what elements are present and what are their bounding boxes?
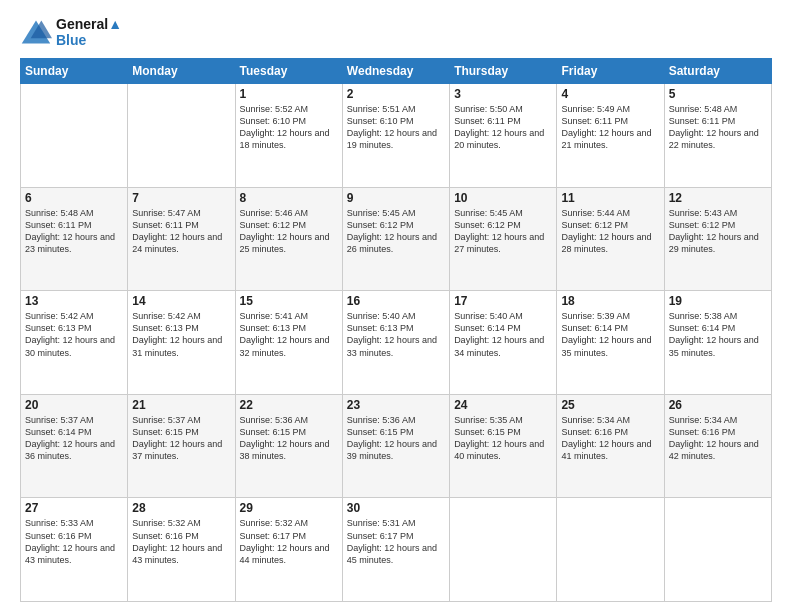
day-number: 25 bbox=[561, 398, 659, 412]
day-info: Sunrise: 5:37 AMSunset: 6:14 PMDaylight:… bbox=[25, 414, 123, 463]
calendar-cell bbox=[128, 84, 235, 188]
day-number: 20 bbox=[25, 398, 123, 412]
day-number: 10 bbox=[454, 191, 552, 205]
logo-icon bbox=[20, 18, 52, 46]
day-number: 3 bbox=[454, 87, 552, 101]
day-number: 30 bbox=[347, 501, 445, 515]
calendar-header-tuesday: Tuesday bbox=[235, 59, 342, 84]
calendar-cell: 28Sunrise: 5:32 AMSunset: 6:16 PMDayligh… bbox=[128, 498, 235, 602]
calendar-cell: 19Sunrise: 5:38 AMSunset: 6:14 PMDayligh… bbox=[664, 291, 771, 395]
day-number: 7 bbox=[132, 191, 230, 205]
day-number: 4 bbox=[561, 87, 659, 101]
day-info: Sunrise: 5:40 AMSunset: 6:14 PMDaylight:… bbox=[454, 310, 552, 359]
day-number: 28 bbox=[132, 501, 230, 515]
day-number: 6 bbox=[25, 191, 123, 205]
calendar-cell: 7Sunrise: 5:47 AMSunset: 6:11 PMDaylight… bbox=[128, 187, 235, 291]
day-info: Sunrise: 5:45 AMSunset: 6:12 PMDaylight:… bbox=[454, 207, 552, 256]
calendar-cell: 8Sunrise: 5:46 AMSunset: 6:12 PMDaylight… bbox=[235, 187, 342, 291]
calendar-cell: 30Sunrise: 5:31 AMSunset: 6:17 PMDayligh… bbox=[342, 498, 449, 602]
day-info: Sunrise: 5:41 AMSunset: 6:13 PMDaylight:… bbox=[240, 310, 338, 359]
calendar-cell: 3Sunrise: 5:50 AMSunset: 6:11 PMDaylight… bbox=[450, 84, 557, 188]
calendar-week-row: 6Sunrise: 5:48 AMSunset: 6:11 PMDaylight… bbox=[21, 187, 772, 291]
day-number: 27 bbox=[25, 501, 123, 515]
calendar-cell: 24Sunrise: 5:35 AMSunset: 6:15 PMDayligh… bbox=[450, 394, 557, 498]
calendar-cell: 9Sunrise: 5:45 AMSunset: 6:12 PMDaylight… bbox=[342, 187, 449, 291]
day-number: 19 bbox=[669, 294, 767, 308]
day-info: Sunrise: 5:43 AMSunset: 6:12 PMDaylight:… bbox=[669, 207, 767, 256]
day-info: Sunrise: 5:40 AMSunset: 6:13 PMDaylight:… bbox=[347, 310, 445, 359]
day-number: 8 bbox=[240, 191, 338, 205]
logo: General▲ Blue bbox=[20, 16, 122, 48]
day-number: 24 bbox=[454, 398, 552, 412]
calendar-week-row: 13Sunrise: 5:42 AMSunset: 6:13 PMDayligh… bbox=[21, 291, 772, 395]
calendar-week-row: 20Sunrise: 5:37 AMSunset: 6:14 PMDayligh… bbox=[21, 394, 772, 498]
day-info: Sunrise: 5:32 AMSunset: 6:17 PMDaylight:… bbox=[240, 517, 338, 566]
calendar-cell: 13Sunrise: 5:42 AMSunset: 6:13 PMDayligh… bbox=[21, 291, 128, 395]
calendar-cell: 26Sunrise: 5:34 AMSunset: 6:16 PMDayligh… bbox=[664, 394, 771, 498]
day-info: Sunrise: 5:36 AMSunset: 6:15 PMDaylight:… bbox=[347, 414, 445, 463]
day-number: 17 bbox=[454, 294, 552, 308]
calendar-cell: 29Sunrise: 5:32 AMSunset: 6:17 PMDayligh… bbox=[235, 498, 342, 602]
page: General▲ Blue SundayMondayTuesdayWednesd… bbox=[0, 0, 792, 612]
calendar-header-sunday: Sunday bbox=[21, 59, 128, 84]
day-number: 13 bbox=[25, 294, 123, 308]
day-number: 16 bbox=[347, 294, 445, 308]
day-info: Sunrise: 5:48 AMSunset: 6:11 PMDaylight:… bbox=[25, 207, 123, 256]
calendar-cell: 17Sunrise: 5:40 AMSunset: 6:14 PMDayligh… bbox=[450, 291, 557, 395]
calendar-cell bbox=[557, 498, 664, 602]
day-info: Sunrise: 5:47 AMSunset: 6:11 PMDaylight:… bbox=[132, 207, 230, 256]
day-number: 11 bbox=[561, 191, 659, 205]
day-info: Sunrise: 5:31 AMSunset: 6:17 PMDaylight:… bbox=[347, 517, 445, 566]
calendar-header-saturday: Saturday bbox=[664, 59, 771, 84]
day-number: 18 bbox=[561, 294, 659, 308]
day-info: Sunrise: 5:33 AMSunset: 6:16 PMDaylight:… bbox=[25, 517, 123, 566]
day-number: 15 bbox=[240, 294, 338, 308]
calendar-cell bbox=[664, 498, 771, 602]
day-info: Sunrise: 5:34 AMSunset: 6:16 PMDaylight:… bbox=[669, 414, 767, 463]
day-info: Sunrise: 5:35 AMSunset: 6:15 PMDaylight:… bbox=[454, 414, 552, 463]
calendar-cell: 12Sunrise: 5:43 AMSunset: 6:12 PMDayligh… bbox=[664, 187, 771, 291]
day-info: Sunrise: 5:50 AMSunset: 6:11 PMDaylight:… bbox=[454, 103, 552, 152]
logo-text: General▲ Blue bbox=[56, 16, 122, 48]
day-number: 9 bbox=[347, 191, 445, 205]
day-number: 1 bbox=[240, 87, 338, 101]
calendar-cell: 18Sunrise: 5:39 AMSunset: 6:14 PMDayligh… bbox=[557, 291, 664, 395]
calendar-week-row: 1Sunrise: 5:52 AMSunset: 6:10 PMDaylight… bbox=[21, 84, 772, 188]
day-number: 5 bbox=[669, 87, 767, 101]
calendar-cell bbox=[21, 84, 128, 188]
day-number: 22 bbox=[240, 398, 338, 412]
calendar-cell: 5Sunrise: 5:48 AMSunset: 6:11 PMDaylight… bbox=[664, 84, 771, 188]
day-info: Sunrise: 5:39 AMSunset: 6:14 PMDaylight:… bbox=[561, 310, 659, 359]
calendar-cell: 20Sunrise: 5:37 AMSunset: 6:14 PMDayligh… bbox=[21, 394, 128, 498]
calendar-cell: 23Sunrise: 5:36 AMSunset: 6:15 PMDayligh… bbox=[342, 394, 449, 498]
calendar-cell: 2Sunrise: 5:51 AMSunset: 6:10 PMDaylight… bbox=[342, 84, 449, 188]
day-info: Sunrise: 5:34 AMSunset: 6:16 PMDaylight:… bbox=[561, 414, 659, 463]
calendar-header-thursday: Thursday bbox=[450, 59, 557, 84]
calendar-cell: 27Sunrise: 5:33 AMSunset: 6:16 PMDayligh… bbox=[21, 498, 128, 602]
calendar-cell: 4Sunrise: 5:49 AMSunset: 6:11 PMDaylight… bbox=[557, 84, 664, 188]
calendar-header-row: SundayMondayTuesdayWednesdayThursdayFrid… bbox=[21, 59, 772, 84]
day-info: Sunrise: 5:42 AMSunset: 6:13 PMDaylight:… bbox=[132, 310, 230, 359]
day-info: Sunrise: 5:38 AMSunset: 6:14 PMDaylight:… bbox=[669, 310, 767, 359]
calendar-cell: 21Sunrise: 5:37 AMSunset: 6:15 PMDayligh… bbox=[128, 394, 235, 498]
calendar-cell bbox=[450, 498, 557, 602]
day-number: 14 bbox=[132, 294, 230, 308]
calendar-cell: 11Sunrise: 5:44 AMSunset: 6:12 PMDayligh… bbox=[557, 187, 664, 291]
day-info: Sunrise: 5:37 AMSunset: 6:15 PMDaylight:… bbox=[132, 414, 230, 463]
day-info: Sunrise: 5:42 AMSunset: 6:13 PMDaylight:… bbox=[25, 310, 123, 359]
day-number: 29 bbox=[240, 501, 338, 515]
calendar-cell: 25Sunrise: 5:34 AMSunset: 6:16 PMDayligh… bbox=[557, 394, 664, 498]
calendar-cell: 14Sunrise: 5:42 AMSunset: 6:13 PMDayligh… bbox=[128, 291, 235, 395]
day-info: Sunrise: 5:48 AMSunset: 6:11 PMDaylight:… bbox=[669, 103, 767, 152]
day-number: 23 bbox=[347, 398, 445, 412]
day-info: Sunrise: 5:49 AMSunset: 6:11 PMDaylight:… bbox=[561, 103, 659, 152]
header: General▲ Blue bbox=[20, 16, 772, 48]
calendar-cell: 15Sunrise: 5:41 AMSunset: 6:13 PMDayligh… bbox=[235, 291, 342, 395]
calendar-header-monday: Monday bbox=[128, 59, 235, 84]
day-number: 26 bbox=[669, 398, 767, 412]
day-info: Sunrise: 5:52 AMSunset: 6:10 PMDaylight:… bbox=[240, 103, 338, 152]
calendar-table: SundayMondayTuesdayWednesdayThursdayFrid… bbox=[20, 58, 772, 602]
day-info: Sunrise: 5:45 AMSunset: 6:12 PMDaylight:… bbox=[347, 207, 445, 256]
calendar-cell: 1Sunrise: 5:52 AMSunset: 6:10 PMDaylight… bbox=[235, 84, 342, 188]
calendar-header-wednesday: Wednesday bbox=[342, 59, 449, 84]
